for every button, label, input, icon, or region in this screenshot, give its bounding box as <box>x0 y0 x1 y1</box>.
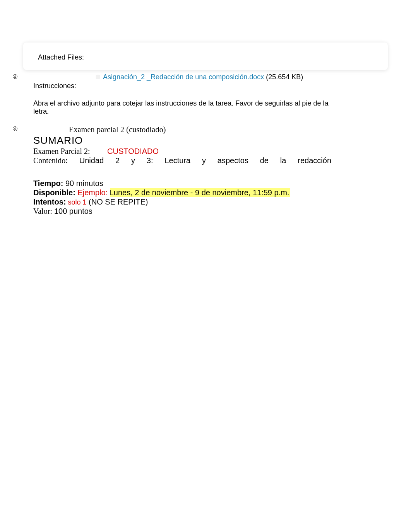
attached-file-size: (25.654 KB) <box>266 73 303 81</box>
valor-value: 100 puntos <box>54 207 92 215</box>
instructions-body: Abra el archivo adjunto para cotejar las… <box>33 99 343 115</box>
ejemplo-label: Ejemplo: <box>75 188 110 197</box>
attachment-icon <box>95 73 101 79</box>
tiempo-line: Tiempo: 90 minutos <box>33 179 331 188</box>
attached-files-box: Attached Files: <box>23 43 388 70</box>
exam-parcial-line: Examen Parcial 2: CUSTODIADO <box>33 147 331 156</box>
disponible-value: Lunes, 2 de noviembre - 9 de noviembre, … <box>110 188 290 197</box>
tiempo-value: 90 minutos <box>63 179 103 188</box>
contenido-line: Contenido: Unidad 2 y 3: Lectura y aspec… <box>33 156 331 165</box>
meta-block: Tiempo: 90 minutos Disponible: Ejemplo: … <box>33 179 331 216</box>
disponible-line: Disponible: Ejemplo: Lunes, 2 de noviemb… <box>33 188 331 197</box>
exam-row: 🛈 Examen parcial 2 (custodiado) <box>19 125 392 134</box>
exam-parcial-label: Examen Parcial 2: <box>33 147 90 155</box>
contenido-value: Unidad 2 y 3: Lectura y aspectos de la r… <box>79 156 331 165</box>
svg-rect-0 <box>96 75 100 79</box>
valor-line: Valor: 100 puntos <box>33 207 331 216</box>
tiempo-label: Tiempo: <box>33 179 63 188</box>
intentos-label: Intentos: <box>33 198 66 206</box>
attached-files-label: Attached Files: <box>38 53 376 61</box>
info-icon: 🛈 <box>12 74 17 80</box>
contenido-label: Contenido: <box>33 156 68 165</box>
instructions-label: Instrucciones: <box>33 82 392 90</box>
exam-title: Examen parcial 2 (custodiado) <box>33 125 166 134</box>
summary-heading: SUMARIO <box>33 135 331 147</box>
intentos-line: Intentos: solo 1 (NO SE REPITE) <box>33 198 331 206</box>
summary-block: SUMARIO Examen Parcial 2: CUSTODIADO Con… <box>33 135 392 165</box>
info-icon: 🛈 <box>12 126 17 132</box>
attached-file-row: 🛈 Asignación_2 _Redacción de una composi… <box>19 73 392 81</box>
attached-file-link[interactable]: Asignación_2 _Redacción de una composici… <box>103 73 264 81</box>
intentos-value: solo 1 <box>66 198 86 206</box>
disponible-label: Disponible: <box>33 188 75 197</box>
valor-label: Valor: <box>33 207 54 215</box>
custodiado-badge: CUSTODIADO <box>107 147 159 155</box>
intentos-note: (NO SE REPITE) <box>86 198 148 206</box>
